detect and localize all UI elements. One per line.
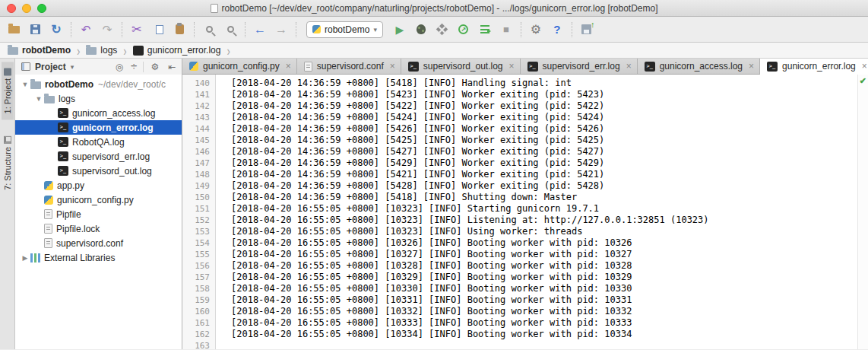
project-tool-window: Project ▾ ◎ ⚙ ⇤ ▼robotDemo~/dev/dev_root…: [15, 59, 182, 349]
stripe-button-structure[interactable]: 7: Structure: [2, 130, 14, 196]
debug-icon[interactable]: [412, 21, 430, 39]
chevron-down-icon: ▾: [373, 26, 377, 33]
locate-file-icon[interactable]: ◎: [112, 62, 126, 72]
line-number: 162: [182, 329, 210, 340]
python-icon: [44, 196, 53, 205]
tree-item-supervisord_out.log[interactable]: >_supervisord_out.log: [15, 164, 182, 178]
search-ribbon-icon[interactable]: [221, 21, 239, 39]
close-tab-icon[interactable]: ×: [509, 61, 515, 72]
tree-toggle-icon[interactable]: ▼: [20, 81, 30, 88]
copy-icon[interactable]: [149, 21, 167, 39]
log-line: 163: [182, 340, 857, 349]
editor-tab-gunicorn_access.log[interactable]: >_gunicorn_access.log×: [638, 59, 760, 74]
log-line: 158[2018-04-20 16:55:05 +0800] [10330] […: [182, 283, 857, 294]
close-tab-icon[interactable]: ×: [749, 61, 754, 72]
editor-tab-gunicorn_config.py[interactable]: gunicorn_config.py×: [182, 59, 297, 74]
tree-toggle-icon[interactable]: ▶: [20, 254, 30, 262]
tree-item-External Libraries[interactable]: ▶External Libraries: [15, 250, 182, 265]
run-config-name: robotDemo: [325, 24, 369, 35]
line-text: [2018-04-20 16:55:05 +0800] [10327] [INF…: [210, 249, 632, 260]
line-number: 149: [182, 180, 210, 192]
log-icon: >_: [58, 166, 68, 176]
log-line: 160[2018-04-20 16:55:05 +0800] [10332] […: [182, 306, 857, 317]
editor-tab-supervisord_err.log[interactable]: >_supervisord_err.log×: [521, 59, 638, 74]
run-icon[interactable]: ▶: [391, 21, 409, 39]
run-coverage-icon[interactable]: [433, 21, 451, 39]
minimize-window-icon[interactable]: [22, 4, 31, 13]
tree-item-logs[interactable]: ▼logs: [15, 91, 182, 106]
tree-item-supervisord_err.log[interactable]: >_supervisord_err.log: [15, 149, 182, 164]
code-viewport[interactable]: 140[2018-04-20 14:36:59 +0800] [5418] [I…: [182, 75, 868, 349]
breadcrumb-item-robotDemo[interactable]: robotDemo: [6, 45, 72, 56]
line-text: [2018-04-20 14:36:59 +0800] [5418] [INFO…: [210, 78, 572, 89]
tool-window-stripe: 1: Project7: Structure: [0, 59, 15, 349]
tree-item-supervisord.conf[interactable]: supervisord.conf: [15, 236, 182, 250]
line-text: [2018-04-20 16:55:05 +0800] [10328] [INF…: [210, 260, 632, 272]
python-icon: [44, 181, 53, 190]
search-icon[interactable]: [200, 21, 218, 39]
tree-item-app.py[interactable]: app.py: [15, 178, 182, 192]
tab-label: gunicorn_config.py: [203, 61, 280, 72]
python-logo-icon: [312, 25, 321, 33]
breadcrumb: robotDemo›logs›gunicorn_error.log›: [0, 43, 868, 59]
cut-icon[interactable]: ✂: [128, 21, 146, 39]
zoom-window-icon[interactable]: [37, 4, 46, 13]
tree-item-label: logs: [59, 94, 75, 104]
hide-panel-icon[interactable]: ⇤: [165, 62, 179, 72]
tree-item-RobotQA.log[interactable]: >_RobotQA.log: [15, 135, 182, 149]
log-line: 148[2018-04-20 14:36:59 +0800] [5421] [I…: [182, 169, 857, 180]
rerun-icon[interactable]: [476, 21, 494, 39]
panel-settings-gear-icon[interactable]: ⚙: [148, 62, 162, 72]
python-icon: [189, 62, 198, 71]
close-tab-icon[interactable]: ×: [390, 61, 395, 72]
save-all-icon[interactable]: [26, 21, 44, 39]
title-bar[interactable]: robotDemo [~/dev/dev_root/company/naturl…: [0, 0, 868, 17]
tree-item-gunicorn_error.log[interactable]: >_gunicorn_error.log: [15, 120, 182, 135]
log-line: 151[2018-04-20 16:55:05 +0800] [10323] […: [182, 203, 857, 215]
open-file-icon[interactable]: [5, 21, 23, 39]
back-icon[interactable]: ←: [251, 21, 269, 39]
editor-tab-supervisord_out.log[interactable]: >_supervisord_out.log×: [401, 59, 521, 74]
tree-item-gunicorn_access.log[interactable]: >_gunicorn_access.log: [15, 106, 182, 120]
main-area: 1: Project7: Structure Project ▾ ◎ ⚙ ⇤ ▼…: [0, 59, 868, 349]
line-number: 141: [182, 89, 210, 100]
tree-item-robotDemo[interactable]: ▼robotDemo~/dev/dev_root/c: [15, 77, 182, 91]
stripe-button-project[interactable]: 1: Project: [2, 62, 14, 119]
redo-icon[interactable]: ↷: [98, 21, 116, 39]
log-line: 146[2018-04-20 14:36:59 +0800] [5427] [I…: [182, 146, 857, 158]
project-panel-icon: [21, 62, 30, 71]
line-number: 148: [182, 169, 210, 180]
collapse-all-icon[interactable]: [129, 62, 138, 72]
close-window-icon[interactable]: [7, 4, 16, 13]
project-panel-title: Project: [35, 62, 66, 72]
stop-icon[interactable]: ■: [497, 21, 515, 39]
line-number: 158: [182, 283, 210, 294]
run-config-selector[interactable]: robotDemo▾: [306, 21, 383, 38]
close-tab-icon[interactable]: ×: [626, 61, 632, 72]
tree-item-gunicorn_config.py[interactable]: gunicorn_config.py: [15, 192, 182, 207]
breadcrumb-item-gunicorn_error.log[interactable]: gunicorn_error.log: [131, 45, 223, 56]
help-icon[interactable]: ?: [548, 21, 566, 39]
settings-icon[interactable]: ⚙: [527, 21, 545, 39]
editor-tab-supervisord.conf[interactable]: supervisord.conf×: [297, 59, 401, 74]
tree-toggle-icon[interactable]: ▼: [33, 95, 44, 103]
paste-icon[interactable]: [170, 21, 188, 39]
close-tab-icon[interactable]: ×: [286, 61, 291, 72]
tree-item-label: RobotQA.log: [72, 137, 125, 148]
tree-item-Pipfile.lock[interactable]: Pipfile.lock: [15, 221, 182, 236]
project-view-dropdown[interactable]: ▾: [71, 63, 74, 71]
close-tab-icon[interactable]: ×: [862, 61, 867, 72]
editor-scrollbar[interactable]: ✔: [857, 75, 868, 349]
tree-item-path: ~/dev/dev_root/c: [98, 79, 166, 90]
line-number: 142: [182, 100, 210, 112]
export-icon[interactable]: [578, 21, 596, 39]
log-line: 149[2018-04-20 14:36:59 +0800] [5428] [I…: [182, 180, 857, 192]
forward-icon[interactable]: →: [272, 21, 290, 39]
undo-icon[interactable]: ↶: [77, 21, 95, 39]
editor-tab-gunicorn_error.log[interactable]: >_gunicorn_error.log×: [760, 59, 868, 75]
tree-item-Pipfile[interactable]: Pipfile: [15, 207, 182, 221]
line-number: 160: [182, 306, 210, 317]
profiler-icon[interactable]: ↗: [455, 21, 473, 39]
synchronize-icon[interactable]: ↻: [47, 21, 65, 39]
breadcrumb-item-logs[interactable]: logs: [84, 45, 119, 56]
